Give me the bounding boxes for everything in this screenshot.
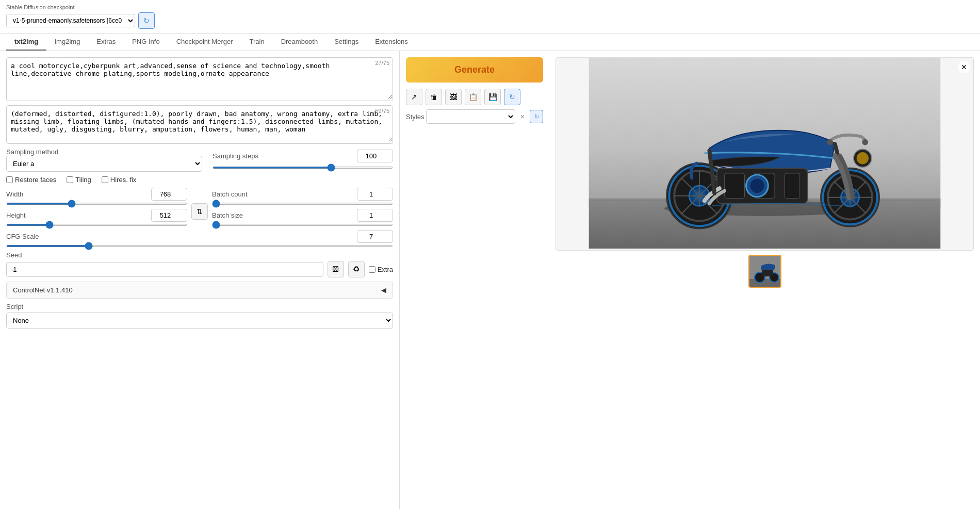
tiling-checkbox[interactable]: Tiling (67, 176, 91, 184)
styles-refresh-button[interactable]: ↻ (530, 110, 543, 123)
height-input[interactable] (151, 209, 187, 222)
script-select[interactable]: None (6, 313, 393, 329)
refresh-styles-button[interactable]: ↻ (504, 89, 520, 105)
negative-prompt-counter: 59/75 (375, 108, 389, 114)
image-container: ✕ (556, 57, 974, 251)
batch-size-slider[interactable] (212, 224, 393, 226)
sampling-method-select[interactable]: Euler a (6, 156, 202, 172)
thumbnail-image (749, 256, 781, 288)
image-panel: ✕ (549, 51, 980, 509)
batch-count-label: Batch count (212, 190, 264, 198)
options-checkboxes: Restore faces Tiling Hires. fix (6, 176, 393, 184)
batch-size-input[interactable] (357, 209, 393, 222)
refresh-icon: ↻ (143, 17, 150, 25)
height-slider[interactable] (6, 224, 187, 226)
save-icon: 💾 (488, 93, 497, 101)
swap-icon: ⇅ (197, 207, 203, 216)
batch-size-label: Batch size (212, 211, 264, 219)
recycle-icon: ♻ (353, 265, 360, 274)
checkpoint-label: Stable Diffusion checkpoint (6, 4, 974, 10)
script-label: Script (6, 303, 393, 310)
sampling-steps-slider[interactable] (213, 167, 393, 169)
batch-count-input[interactable] (357, 188, 393, 201)
copy-icon: 📋 (469, 93, 478, 101)
checkpoint-refresh-button[interactable]: ↻ (138, 12, 155, 29)
tab-checkpoint-merger[interactable]: Checkpoint Merger (168, 34, 241, 51)
seed-recycle-button[interactable]: ♻ (348, 261, 365, 277)
svg-point-26 (862, 139, 868, 145)
tab-settings[interactable]: Settings (326, 34, 367, 51)
batch-count-slider[interactable] (212, 203, 393, 205)
extra-checkbox[interactable]: Extra (369, 266, 393, 273)
close-image-button[interactable]: ✕ (958, 61, 970, 73)
seed-label: Seed (6, 251, 393, 259)
copy-button[interactable]: 📋 (465, 89, 481, 105)
dice-icon: ⚄ (332, 265, 339, 274)
tab-extras[interactable]: Extras (88, 34, 124, 51)
image-button[interactable]: 🖼 (445, 89, 462, 105)
positive-prompt-counter: 27/75 (375, 60, 389, 66)
batch-count-section: Batch count (212, 188, 393, 205)
batch-size-section: Batch size (212, 209, 393, 226)
controlnet-label: ControlNet v1.1.410 (13, 286, 73, 294)
negative-prompt-container: 59/75 (6, 105, 393, 144)
height-section: Height (6, 209, 187, 226)
cfg-scale-input[interactable] (357, 230, 393, 243)
hires-fix-checkbox[interactable]: Hires. fix (102, 176, 137, 184)
script-section: Script None (6, 303, 393, 329)
image-icon: 🖼 (450, 93, 457, 101)
styles-select[interactable] (426, 109, 515, 124)
tab-extensions[interactable]: Extensions (367, 34, 416, 51)
styles-label: Styles (406, 113, 424, 121)
cfg-scale-section: CFG Scale (6, 230, 393, 247)
tab-img2img[interactable]: img2img (46, 34, 88, 51)
arrow-icon: ↗ (411, 93, 417, 101)
svg-rect-23 (785, 173, 799, 199)
tab-png-info[interactable]: PNG Info (124, 34, 168, 51)
svg-point-25 (750, 179, 764, 193)
styles-row: Styles × ↻ (406, 109, 543, 124)
trash-button[interactable]: 🗑 (426, 89, 442, 105)
sampling-method-label: Sampling method (6, 148, 202, 156)
restore-faces-checkbox[interactable]: Restore faces (6, 176, 56, 184)
generated-image (556, 58, 973, 249)
save-button[interactable]: 💾 (484, 89, 501, 105)
tab-txt2img[interactable]: txt2img (6, 34, 46, 51)
height-label: Height (6, 211, 58, 219)
trash-icon: 🗑 (430, 93, 437, 101)
right-toolbar: Generate ↗ 🗑 🖼 📋 💾 ↻ (400, 51, 549, 509)
width-section: Width (6, 188, 187, 205)
checkpoint-select[interactable]: v1-5-pruned-emaonly.safetensors [6ce0 (6, 14, 135, 27)
negative-prompt-textarea[interactable] (7, 106, 393, 142)
width-label: Width (6, 190, 58, 198)
seed-section: Seed ⚄ ♻ Extra (6, 251, 393, 277)
toolbar-icon-row: ↗ 🗑 🖼 📋 💾 ↻ (406, 89, 543, 105)
controlnet-bar[interactable]: ControlNet v1.1.410 ◀ (6, 282, 393, 299)
seed-dice-button[interactable]: ⚄ (328, 261, 344, 277)
cfg-scale-slider[interactable] (6, 245, 393, 247)
tab-bar: txt2img img2img Extras PNG Info Checkpoi… (0, 34, 980, 51)
sampling-steps-input[interactable] (357, 150, 393, 162)
width-slider[interactable] (6, 203, 187, 205)
cfg-scale-label: CFG Scale (6, 233, 58, 240)
svg-rect-21 (725, 173, 745, 199)
refresh-icon-2: ↻ (509, 93, 515, 101)
width-input[interactable] (151, 188, 187, 201)
tab-train[interactable]: Train (241, 34, 273, 51)
thumbnail-item[interactable] (748, 255, 781, 288)
styles-clear-button[interactable]: × (517, 110, 528, 123)
arrow-button[interactable]: ↗ (406, 89, 422, 105)
thumbnail-row (556, 255, 974, 288)
tab-dreambooth[interactable]: Dreambooth (273, 34, 326, 51)
controlnet-arrow-icon: ◀ (381, 286, 386, 294)
positive-prompt-textarea[interactable] (7, 58, 393, 99)
styles-refresh-icon: ↻ (534, 113, 539, 120)
seed-input[interactable] (6, 262, 323, 277)
svg-rect-34 (762, 270, 773, 276)
svg-point-27 (827, 139, 833, 145)
svg-point-29 (857, 152, 869, 164)
sampling-steps-label: Sampling steps (213, 152, 264, 160)
generate-button[interactable]: Generate (406, 57, 543, 83)
positive-prompt-container: 27/75 (6, 57, 393, 101)
swap-dimensions-button[interactable]: ⇅ (191, 203, 208, 220)
